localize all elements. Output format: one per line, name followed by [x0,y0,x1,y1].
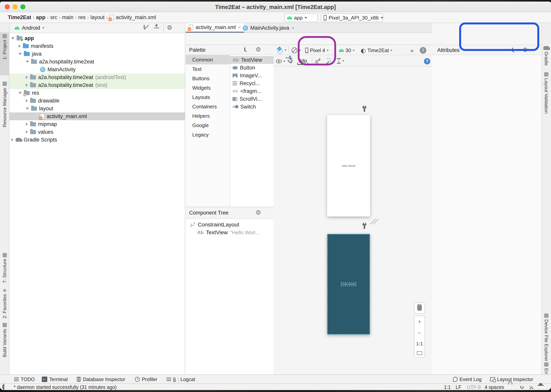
component-tree-settings-button[interactable]: ⚙ [256,210,261,216]
wrench-icon[interactable] [362,105,367,112]
blueprint-preview-phone[interactable]: Hello World! [327,234,370,335]
indent-indicator[interactable]: 4 spaces [485,384,504,390]
breadcrumb-app[interactable]: app [36,14,45,21]
palette-item-fragment[interactable]: <> <fragm... [230,87,273,95]
chevron-right-icon[interactable] [26,99,28,102]
chevron-down-icon[interactable] [26,108,29,110]
sidebar-item-gradle[interactable]: Gradle [542,46,551,66]
sidebar-item-build-variants[interactable]: Build Variants [0,323,9,357]
sidebar-item-resource-manager[interactable]: Resource Manager [0,82,9,127]
breadcrumb-src[interactable]: src [50,14,57,21]
breadcrumb-layout[interactable]: layout [91,14,105,21]
chevron-down-icon[interactable] [11,37,14,39]
chevron-right-icon[interactable] [26,76,28,79]
theme-menu[interactable]: ◐ Time2Eat [361,46,392,54]
tree-item-mipmap[interactable]: mipmap [9,120,185,128]
zoom-out-button[interactable]: − [418,330,421,336]
tree-item-drawable[interactable]: drawable [9,97,185,105]
palette-item-button[interactable]: Button [230,64,273,72]
design-canvas[interactable]: Hello World! Hello World! + − 1:1 [273,66,432,375]
tab-activity-main-xml[interactable]: activity_main.xml × [186,23,244,33]
palette-item-recyclerview[interactable]: Recycl... [230,79,273,87]
chevron-right-icon[interactable] [19,44,21,48]
palette-category-legacy[interactable]: Legacy [186,130,230,139]
resize-handle[interactable] [371,218,378,226]
tree-item-package-test[interactable]: a2a.hospitality.time2eat (test) [9,81,185,89]
tree-item-activity-main-xml[interactable]: activity_main.xml [9,112,185,120]
palette-category-google[interactable]: Google [186,121,230,130]
palette-category-common[interactable]: Common [186,55,230,64]
zoom-actual-button[interactable]: 1:1 [416,341,423,347]
api-level-menu[interactable]: 30 [339,46,355,54]
palette-item-switch[interactable]: Switch [230,103,273,111]
tree-item-mainactivity[interactable]: C MainActivity [9,66,185,73]
chevron-down-icon[interactable] [19,53,22,55]
toolbar-overflow-button[interactable]: » [410,46,414,54]
tree-item-layout[interactable]: layout [9,105,185,112]
tree-item-res[interactable]: res [9,89,185,97]
sidebar-item-favorites[interactable]: 2: Favorites [0,288,9,318]
chevron-right-icon[interactable] [26,130,28,133]
locate-file-button[interactable] [144,25,145,29]
breadcrumb-project[interactable]: Time2Eat [8,14,31,21]
toolwindow-toggle-button[interactable] [3,384,4,390]
chevron-right-icon[interactable] [26,84,28,87]
sidebar-item-project[interactable]: 1: Project [0,34,9,60]
palette-category-text[interactable]: Text [186,64,230,74]
view-options-button[interactable] [276,57,285,65]
toolwindow-terminal[interactable]: >_Terminal [42,375,68,384]
palette-item-scrollview[interactable]: ScrollVi... [230,95,273,103]
palette-search-button[interactable] [244,48,245,51]
breadcrumb-main[interactable]: main [62,14,74,21]
hello-world-blueprint-text[interactable]: Hello World! [341,282,356,286]
tree-item-gradle-scripts[interactable]: Gradle Scripts [9,136,185,144]
chevron-down-icon[interactable] [19,92,22,94]
device-selector[interactable]: Pixel_3a_API_30_x86 [321,14,383,22]
palette-item-imageview[interactable]: ImageV... [230,72,273,79]
design-preview-phone[interactable]: Hello World! [327,115,370,217]
pack-align-button[interactable] [337,57,344,65]
breadcrumb-res[interactable]: res [78,14,86,21]
tree-item-values[interactable]: values [9,128,185,136]
run-config-selector[interactable]: app [284,14,318,22]
palette-settings-button[interactable]: ⚙ [256,46,261,53]
encoding-indicator[interactable]: UTF-8 [467,384,481,390]
toolwindow-profiler[interactable]: Profiler [135,375,157,384]
tree-item-java[interactable]: java [9,50,185,58]
tree-item-app[interactable]: app [9,34,185,42]
sidebar-item-structure[interactable]: 7: Structure [0,253,9,283]
chevron-right-icon[interactable] [26,123,28,126]
pan-button[interactable] [414,302,425,314]
component-textview[interactable]: Ab TextView "Hello Worl... [186,229,273,236]
zoom-fit-button[interactable] [417,351,422,355]
zoom-in-button[interactable]: + [418,318,421,325]
palette-category-containers[interactable]: Containers [186,102,230,111]
palette-category-helpers[interactable]: Helpers [186,111,230,121]
component-constraintlayout[interactable]: ConstraintLayout [186,221,273,229]
project-settings-button[interactable]: ⚙ [167,25,172,31]
tree-item-package-androidtest[interactable]: a2a.hospitality.time2eat (androidTest) [9,73,185,81]
help-button[interactable]: ? [424,57,430,65]
hello-world-text[interactable]: Hello World! [342,164,356,167]
caret-position[interactable]: 1:1 [444,384,451,390]
tree-item-package[interactable]: a2a.hospitality.time2eat [9,58,185,66]
toolwindow-todo[interactable]: TODO [14,375,35,384]
sidebar-item-layout-validation[interactable]: Layout Validation [542,72,551,114]
breadcrumb-file[interactable]: activity_main.xml [116,14,156,21]
palette-category-layouts[interactable]: Layouts [186,92,230,102]
palette-item-textview[interactable]: Ab TextView [230,56,273,64]
toolwindow-database-inspector[interactable]: Database Inspector [77,375,125,384]
palette-category-widgets[interactable]: Widgets [186,83,230,92]
line-ending-indicator[interactable]: LF [456,384,461,390]
project-view-selector[interactable]: Android [14,25,44,31]
design-surface-selector[interactable] [276,46,286,54]
sidebar-item-device-file-explorer[interactable]: Device File Explorer [542,314,551,361]
palette-category-buttons[interactable]: Buttons [186,74,230,83]
toolwindow-event-log[interactable]: Event Log [453,375,482,384]
issue-panel-button[interactable]: ! [420,46,426,54]
chevron-right-icon[interactable] [11,138,14,141]
autoconnect-toggle[interactable] [288,57,292,65]
toolwindow-logcat[interactable]: 6: Logcat [166,375,195,384]
wrench-icon[interactable] [362,222,367,229]
chevron-down-icon[interactable] [26,61,29,63]
